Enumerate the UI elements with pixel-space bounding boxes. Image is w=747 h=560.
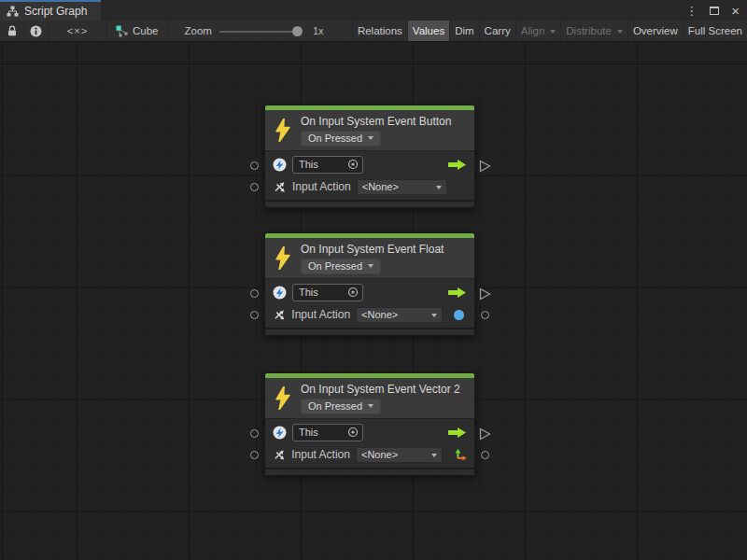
carry-button[interactable]: Carry (479, 21, 515, 41)
node-on-input-system-event-button[interactable]: On Input System Event Button On Pressed … (264, 105, 475, 208)
inspect-button[interactable] (24, 21, 49, 41)
window-menu-icon[interactable]: ⋮ (685, 5, 698, 17)
close-icon[interactable]: × (731, 4, 740, 18)
game-object-icon (273, 426, 287, 440)
output-port-float-value[interactable] (481, 311, 489, 319)
node-title: On Input System Event Button (301, 115, 451, 128)
input-action-dropdown[interactable]: <None> (357, 179, 447, 195)
toolbar-right-group: Relations Values Dim Carry Align Distrib… (352, 21, 747, 41)
input-action-label: Input Action (291, 448, 350, 461)
input-port-flow[interactable] (250, 429, 259, 438)
chevron-down-icon (431, 314, 437, 320)
tab-title: Script Graph (24, 5, 87, 18)
chevron-down-icon (436, 186, 442, 192)
distribute-button: Distribute (560, 21, 627, 41)
graph-target-button[interactable]: Cube (106, 21, 168, 41)
chevron-down-icon (431, 454, 437, 460)
vector2-value-icon (454, 448, 467, 462)
node-title: On Input System Event Float (301, 243, 444, 256)
chevron-down-icon (617, 30, 623, 36)
target-row: This (273, 154, 467, 175)
node-title: On Input System Event Vector 2 (301, 383, 460, 396)
flow-output-arrow-icon (448, 159, 467, 171)
event-bolt-icon (275, 246, 290, 270)
event-option-dropdown[interactable]: On Pressed (301, 399, 381, 414)
input-port-flow[interactable] (250, 289, 259, 298)
input-port-action[interactable] (250, 183, 259, 191)
chevron-down-icon (550, 30, 556, 36)
input-port-action[interactable] (250, 451, 259, 459)
this-object-field[interactable]: This (292, 156, 363, 174)
edit-source-button[interactable]: <×> (49, 21, 106, 41)
window-controls: ⋮ × (685, 0, 740, 21)
node-on-input-system-event-float[interactable]: On Input System Event Float On Pressed T… (264, 232, 475, 336)
zoom-value: 1x (313, 25, 324, 36)
lock-button[interactable] (0, 21, 24, 41)
input-port-flow[interactable] (250, 161, 259, 170)
chevron-down-icon (368, 136, 374, 143)
output-port-flow[interactable] (479, 287, 491, 301)
script-graph-window: Script Graph ⋮ × <×> (0, 0, 747, 560)
input-port-action[interactable] (250, 311, 259, 319)
zoom-control: Zoom 1x (185, 21, 324, 41)
node-header[interactable]: On Input System Event Button On Pressed (265, 110, 474, 150)
graph-toolbar: <×> Cube Zoom 1x Relations Values (0, 21, 747, 42)
float-value-icon (454, 310, 464, 320)
object-picker-icon[interactable] (347, 427, 359, 438)
info-icon (30, 25, 42, 37)
node-body: This (265, 150, 474, 200)
event-option-dropdown[interactable]: On Pressed (301, 131, 381, 147)
target-row: This (273, 422, 467, 442)
zoom-slider[interactable] (219, 21, 305, 42)
tab-script-graph[interactable]: Script Graph (0, 0, 101, 21)
input-action-icon (273, 308, 286, 322)
output-port-flow[interactable] (479, 160, 491, 173)
graph-hierarchy-icon (7, 6, 19, 17)
flow-output-arrow-icon (448, 287, 467, 299)
values-button[interactable]: Values (407, 21, 449, 41)
chevron-down-icon (368, 404, 374, 411)
node-footer (265, 468, 474, 475)
input-action-icon (273, 448, 286, 462)
event-option-dropdown[interactable]: On Pressed (301, 259, 381, 274)
overview-button[interactable]: Overview (627, 21, 683, 41)
graph-target-label: Cube (133, 25, 159, 36)
dim-button[interactable]: Dim (449, 21, 478, 41)
zoom-slider-track[interactable] (219, 31, 296, 33)
graph-canvas[interactable]: On Input System Event Button On Pressed … (0, 42, 747, 560)
object-picker-icon[interactable] (347, 159, 359, 170)
input-action-row: Input Action <None> (273, 304, 467, 325)
this-object-field[interactable]: This (292, 284, 363, 301)
code-icon: <×> (67, 25, 88, 36)
align-button: Align (515, 21, 561, 41)
flow-output-arrow-icon (448, 427, 467, 439)
input-action-dropdown[interactable]: <None> (356, 447, 443, 463)
relations-button[interactable]: Relations (352, 21, 407, 41)
maximize-icon[interactable] (710, 7, 719, 15)
input-action-row: Input Action <None> (273, 444, 467, 465)
script-graph-asset-icon (116, 25, 128, 37)
output-port-flow[interactable] (479, 427, 491, 441)
zoom-label: Zoom (185, 25, 212, 36)
node-on-input-system-event-vector2[interactable]: On Input System Event Vector 2 On Presse… (264, 372, 475, 476)
object-picker-icon[interactable] (347, 287, 359, 298)
full-screen-button[interactable]: Full Screen (683, 21, 747, 41)
input-action-icon (273, 180, 287, 194)
node-header[interactable]: On Input System Event Vector 2 On Presse… (265, 378, 474, 418)
input-action-label: Input Action (292, 180, 351, 193)
event-bolt-icon (275, 119, 290, 142)
node-body: This (265, 418, 474, 468)
node-body: This (265, 278, 474, 328)
zoom-slider-handle[interactable] (292, 26, 303, 36)
input-action-label: Input Action (291, 308, 350, 321)
this-object-field[interactable]: This (292, 424, 363, 441)
input-action-dropdown[interactable]: <None> (356, 307, 443, 323)
node-header[interactable]: On Input System Event Float On Pressed (265, 238, 474, 278)
lock-icon (7, 25, 18, 37)
node-footer (265, 200, 474, 207)
node-footer (265, 328, 474, 335)
game-object-icon (273, 286, 287, 300)
event-bolt-icon (275, 386, 290, 410)
chevron-down-icon (368, 264, 374, 271)
output-port-vector2-value[interactable] (481, 451, 489, 459)
